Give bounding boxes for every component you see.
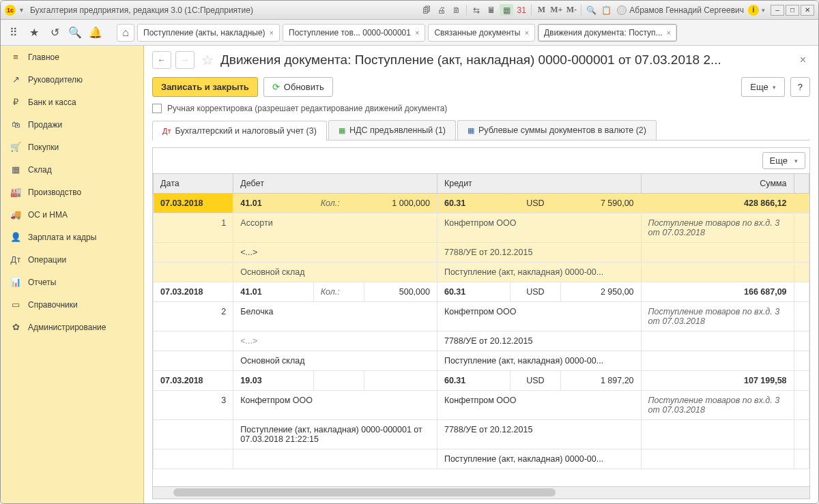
sidebar-item[interactable]: ₽Банк и касса bbox=[1, 91, 143, 113]
table-subrow[interactable]: Поступление (акт, накладная) 0000-000001… bbox=[154, 420, 809, 449]
calendar-icon[interactable]: ▦ bbox=[500, 4, 513, 16]
memory-m-button[interactable]: M bbox=[534, 4, 548, 16]
more-button[interactable]: Еще▾ bbox=[741, 77, 784, 97]
info-icon[interactable]: i bbox=[748, 5, 759, 16]
home-icon[interactable]: ⌂ bbox=[117, 24, 134, 42]
app-menu-dropdown-icon[interactable]: ▼ bbox=[18, 7, 25, 14]
nav-tab[interactable]: Поступление тов... 0000-000001× bbox=[283, 24, 425, 42]
tab-icon: ▦ bbox=[339, 126, 345, 135]
col-sum[interactable]: Сумма bbox=[641, 174, 794, 194]
table-row[interactable]: 07.03.201819.0360.31USD1 897,20107 199,5… bbox=[154, 371, 809, 391]
help-button[interactable]: ? bbox=[790, 77, 810, 97]
save-and-close-button[interactable]: Записать и закрыть bbox=[152, 77, 258, 97]
manual-edit-checkbox[interactable] bbox=[152, 104, 162, 113]
table-more-button[interactable]: Еще▾ bbox=[762, 152, 805, 169]
tab-close-icon[interactable]: × bbox=[667, 29, 671, 37]
user-name: Абрамов Геннадий Сергеевич bbox=[629, 5, 744, 15]
tab-close-icon[interactable]: × bbox=[524, 29, 528, 37]
cell-credit-account: 60.31 bbox=[437, 282, 510, 302]
table-row[interactable]: 07.03.201841.01Кол.:1 000,00060.31USD7 5… bbox=[154, 194, 809, 213]
horizontal-scrollbar[interactable] bbox=[153, 486, 809, 499]
sidebar-item[interactable]: 🏭Производство bbox=[1, 181, 143, 203]
bookmark-star-icon[interactable]: ☆ bbox=[201, 52, 214, 68]
sidebar-item-icon: ↗ bbox=[10, 74, 21, 85]
sidebar-item[interactable]: 🚚ОС и НМА bbox=[1, 203, 143, 226]
cell-debit-detail bbox=[233, 449, 437, 469]
zoom-icon[interactable]: 🔍 bbox=[584, 4, 598, 16]
document-icon[interactable]: 🗎 bbox=[450, 4, 463, 16]
col-date[interactable]: Дата bbox=[154, 174, 233, 194]
refresh-button[interactable]: ⟳Обновить bbox=[263, 77, 333, 97]
nav-forward-button[interactable]: → bbox=[175, 51, 195, 69]
sidebar-item-label: Покупки bbox=[28, 143, 59, 152]
table-subrow[interactable]: 1АссортиКонфетпром ОООПоступление товаро… bbox=[154, 213, 809, 243]
sidebar-item[interactable]: ▭Справочники bbox=[1, 293, 143, 316]
sidebar: ≡Главное↗Руководителю₽Банк и касса🛍Прода… bbox=[1, 46, 144, 503]
cell-sum-detail: Поступление товаров по вх.д. 3 от 07.03.… bbox=[641, 391, 794, 420]
tab-label: Бухгалтерский и налоговый учет (3) bbox=[175, 126, 317, 136]
nav-tab[interactable]: Связанные документы× bbox=[428, 24, 535, 42]
table-row[interactable]: 07.03.201841.01Кол.:500,00060.31USD2 950… bbox=[154, 282, 809, 302]
memory-mminus-button[interactable]: M- bbox=[564, 4, 578, 16]
date-icon[interactable]: 31 bbox=[515, 4, 528, 16]
sidebar-item-icon: ▭ bbox=[10, 299, 21, 310]
minimize-button[interactable]: – bbox=[771, 5, 784, 16]
table-subrow[interactable]: 3Конфетпром ОООКонфетпром ОООПоступление… bbox=[154, 391, 809, 420]
table-subrow[interactable]: Поступление (акт, накладная) 0000-00... bbox=[154, 449, 809, 469]
tab-label: Поступление тов... 0000-000001 bbox=[289, 28, 411, 38]
cell-credit-amount: 2 950,00 bbox=[561, 282, 641, 302]
table-subrow[interactable]: <...>7788/УЕ от 20.12.2015 bbox=[154, 243, 809, 263]
tab-icon: ▦ bbox=[468, 126, 474, 135]
sidebar-item-label: ОС и НМА bbox=[28, 210, 68, 220]
apps-icon[interactable]: ⠿ bbox=[5, 24, 23, 42]
sidebar-item[interactable]: 👤Зарплата и кадры bbox=[1, 226, 143, 248]
search-tool-icon[interactable]: 🔍 bbox=[66, 24, 84, 42]
table-subrow[interactable]: <...>7788/УЕ от 20.12.2015 bbox=[154, 331, 809, 351]
print-preview-icon[interactable]: 🗐 bbox=[420, 4, 433, 16]
register-tab[interactable]: ДтБухгалтерский и налоговый учет (3) bbox=[152, 121, 327, 140]
table-subrow[interactable]: 2БелочкаКонфетпром ОООПоступление товаро… bbox=[154, 302, 809, 331]
cell-sum-detail bbox=[641, 263, 794, 282]
toolstrip: ⠿ ★ ↺ 🔍 🔔 ⌂ Поступление (акты, накладные… bbox=[1, 20, 818, 46]
cell-currency: USD bbox=[510, 371, 561, 391]
cell-qty-label bbox=[313, 371, 364, 391]
nav-tab[interactable]: Поступление (акты, накладные)× bbox=[137, 24, 280, 42]
maximize-button[interactable]: □ bbox=[786, 5, 799, 16]
info-dropdown-icon[interactable]: ▾ bbox=[762, 7, 765, 14]
sidebar-item[interactable]: ✿Администрирование bbox=[1, 316, 143, 338]
nav-tab[interactable]: Движения документа: Поступ...× bbox=[538, 24, 677, 42]
register-tab[interactable]: ▦НДС предъявленный (1) bbox=[328, 120, 456, 140]
sidebar-item[interactable]: 🛒Покупки bbox=[1, 136, 143, 158]
compare-icon[interactable]: ⇆ bbox=[470, 4, 483, 16]
history-icon[interactable]: ↺ bbox=[46, 24, 63, 42]
close-button[interactable]: ✕ bbox=[801, 5, 814, 16]
col-debit[interactable]: Дебет bbox=[233, 174, 437, 194]
sidebar-item[interactable]: ↗Руководителю bbox=[1, 68, 143, 91]
sidebar-item[interactable]: ДтОперации bbox=[1, 248, 143, 271]
table-subrow[interactable]: Основной складПоступление (акт, накладна… bbox=[154, 351, 809, 371]
cell-debit-detail: Поступление (акт, накладная) 0000-000001… bbox=[233, 420, 437, 449]
sidebar-item[interactable]: ▦Склад bbox=[1, 158, 143, 181]
table-subrow[interactable]: Основной складПоступление (акт, накладна… bbox=[154, 263, 809, 282]
sidebar-item[interactable]: 📊Отчеты bbox=[1, 271, 143, 293]
cell-qty: 1 000,000 bbox=[364, 194, 437, 213]
tab-close-icon[interactable]: × bbox=[415, 29, 419, 37]
clipboard-icon[interactable]: 📋 bbox=[599, 4, 613, 16]
tab-close-icon[interactable]: × bbox=[270, 29, 274, 37]
col-credit[interactable]: Кредит bbox=[437, 174, 641, 194]
sidebar-item-icon: 👤 bbox=[10, 232, 21, 242]
favorite-icon[interactable]: ★ bbox=[25, 24, 43, 42]
calc-icon[interactable]: 🖩 bbox=[485, 4, 498, 16]
memory-mplus-button[interactable]: M+ bbox=[549, 4, 563, 16]
notifications-icon[interactable]: 🔔 bbox=[87, 24, 104, 42]
print-icon[interactable]: 🖨 bbox=[435, 4, 448, 16]
register-tab[interactable]: ▦Рублевые суммы документов в валюте (2) bbox=[457, 120, 657, 140]
page-close-icon[interactable]: × bbox=[796, 54, 810, 66]
sidebar-item-icon: 🏭 bbox=[10, 187, 21, 197]
nav-back-button[interactable]: ← bbox=[152, 51, 171, 69]
user-indicator[interactable]: Абрамов Геннадий Сергеевич bbox=[617, 5, 744, 15]
sidebar-item[interactable]: 🛍Продажи bbox=[1, 113, 143, 136]
accounting-grid[interactable]: Дата Дебет Кредит Сумма 07.03.201841.01К… bbox=[153, 173, 809, 486]
sidebar-item[interactable]: ≡Главное bbox=[1, 46, 143, 68]
cell-sum-detail bbox=[641, 420, 794, 449]
